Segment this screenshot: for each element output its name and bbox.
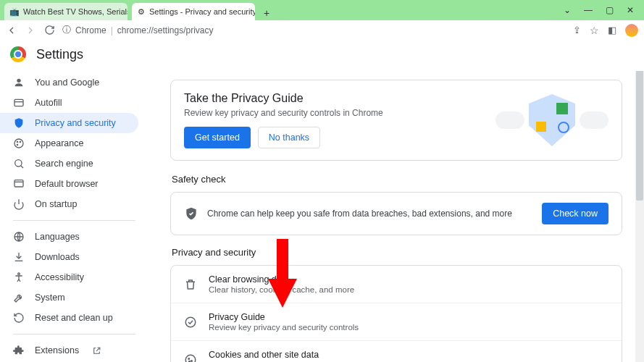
- sidebar-item-label: Extensions: [35, 345, 79, 355]
- main-content: Search settings Take the Privacy Guide R…: [149, 41, 644, 362]
- privacy-list-card: Clear browsing data Clear history, cooki…: [170, 265, 622, 362]
- divider: [13, 334, 135, 334]
- check-now-button[interactable]: Check now: [542, 203, 609, 224]
- safety-message: Chrome can help keep you safe from data …: [207, 209, 512, 219]
- svg-point-4: [20, 141, 20, 142]
- side-panel-icon[interactable]: ◧: [608, 25, 616, 35]
- settings-header: Settings: [0, 38, 644, 71]
- sidebar-item-label: System: [35, 292, 65, 303]
- sidebar-item-label: Accessibility: [35, 272, 84, 282]
- close-window-icon[interactable]: ✕: [627, 5, 634, 15]
- svg-point-5: [17, 144, 17, 145]
- new-tab-button[interactable]: +: [259, 6, 274, 20]
- browser-tab-0[interactable]: 📺 Watch Best TV Shows, Serials, S ✕: [4, 3, 127, 20]
- get-started-button[interactable]: Get started: [184, 127, 251, 148]
- sidebar-item-label: Default browser: [35, 179, 99, 189]
- sidebar-item-label: On startup: [35, 199, 77, 209]
- gear-icon: ⚙: [138, 7, 145, 16]
- row-title: Privacy Guide: [209, 312, 359, 322]
- privacy-security-heading: Privacy and security: [172, 247, 622, 258]
- power-icon: [13, 198, 25, 210]
- sidebar-item-system[interactable]: System: [0, 287, 138, 308]
- autofill-icon: [13, 97, 25, 109]
- shield-icon: [13, 117, 25, 129]
- person-icon: [13, 77, 25, 88]
- browser-titlebar: 📺 Watch Best TV Shows, Serials, S ✕ ⚙ Se…: [0, 0, 644, 20]
- sidebar-item-search-engine[interactable]: Search engine: [0, 153, 138, 174]
- site-info-icon[interactable]: ⓘ: [62, 24, 71, 36]
- guide-illustration: [495, 94, 609, 146]
- tab-title: Settings - Privacy and security: [149, 7, 255, 16]
- window-controls: ⌄ — ▢ ✕: [564, 0, 640, 20]
- sidebar-item-reset[interactable]: Reset and clean up: [0, 308, 138, 328]
- svg-point-16: [191, 360, 193, 361]
- sidebar-item-label: Privacy and security: [35, 118, 116, 128]
- minimize-icon[interactable]: —: [584, 5, 593, 15]
- svg-point-3: [17, 141, 17, 142]
- sidebar-item-accessibility[interactable]: Accessibility: [0, 267, 138, 287]
- accessibility-icon: [13, 272, 25, 283]
- globe-icon: [13, 231, 25, 243]
- back-button[interactable]: [6, 25, 17, 36]
- sidebar-item-you-and-google[interactable]: You and Google: [0, 72, 138, 93]
- maximize-icon[interactable]: ▢: [606, 5, 614, 15]
- privacy-guide-row[interactable]: Privacy Guide Review key privacy and sec…: [171, 303, 622, 341]
- sidebar-item-label: Reset and clean up: [35, 313, 113, 323]
- sidebar: You and Google Autofill Privacy and secu…: [0, 41, 149, 362]
- row-subtitle: Clear history, cookies, cache, and more: [209, 285, 354, 294]
- external-link-icon: [92, 346, 104, 355]
- sidebar-item-label: Downloads: [35, 252, 80, 262]
- svg-point-2: [14, 139, 23, 148]
- tv-icon: 📺: [10, 7, 19, 16]
- forward-button[interactable]: [25, 25, 36, 36]
- sidebar-item-on-startup[interactable]: On startup: [0, 194, 138, 214]
- chevron-down-icon[interactable]: ⌄: [564, 5, 571, 15]
- sidebar-item-autofill[interactable]: Autofill: [0, 93, 138, 113]
- divider: [13, 220, 135, 221]
- sidebar-item-label: You and Google: [35, 77, 99, 88]
- chrome-logo-icon: [10, 46, 26, 62]
- guide-title: Take the Privacy Guide: [184, 92, 383, 105]
- clear-browsing-data-row[interactable]: Clear browsing data Clear history, cooki…: [171, 266, 622, 303]
- row-title: Cookies and other site data: [209, 350, 393, 360]
- sidebar-item-privacy-security[interactable]: Privacy and security: [0, 113, 138, 133]
- svg-point-0: [17, 79, 20, 83]
- sidebar-item-label: Autofill: [35, 98, 62, 108]
- sidebar-item-extensions[interactable]: Extensions: [0, 340, 138, 361]
- address-label: Chrome: [75, 25, 106, 35]
- address-url: chrome://settings/privacy: [117, 25, 214, 35]
- reload-button[interactable]: [43, 25, 55, 36]
- tab-title: Watch Best TV Shows, Serials, S: [23, 7, 127, 16]
- verified-shield-icon: [184, 206, 198, 221]
- scrollbar[interactable]: [635, 41, 644, 362]
- no-thanks-button[interactable]: No thanks: [258, 127, 320, 148]
- safety-check-heading: Safety check: [172, 174, 622, 185]
- sidebar-item-appearance[interactable]: Appearance: [0, 133, 138, 153]
- row-title: Clear browsing data: [209, 274, 354, 285]
- sidebar-item-label: Appearance: [35, 138, 83, 148]
- svg-rect-1: [14, 99, 23, 106]
- guide-subtitle: Review key privacy and security controls…: [184, 108, 383, 118]
- profile-avatar[interactable]: [625, 24, 638, 37]
- cookies-row[interactable]: Cookies and other site data Third-party …: [171, 341, 622, 362]
- svg-point-15: [188, 358, 190, 359]
- cookie-icon: [184, 353, 197, 363]
- puzzle-icon: [13, 345, 25, 356]
- svg-point-17: [189, 361, 191, 362]
- page-title: Settings: [36, 47, 83, 62]
- svg-point-6: [15, 160, 22, 167]
- browser-tab-1[interactable]: ⚙ Settings - Privacy and security ✕: [132, 3, 255, 20]
- sidebar-item-default-browser[interactable]: Default browser: [0, 174, 138, 194]
- share-icon[interactable]: ⇪: [573, 25, 581, 35]
- bookmark-icon[interactable]: ☆: [590, 25, 599, 36]
- safety-check-card: Chrome can help keep you safe from data …: [170, 192, 622, 235]
- sidebar-item-downloads[interactable]: Downloads: [0, 247, 138, 267]
- restore-icon: [13, 312, 25, 324]
- svg-point-9: [18, 273, 20, 275]
- sidebar-item-languages[interactable]: Languages: [0, 227, 138, 247]
- shield-illustration-icon: [529, 94, 575, 146]
- address-bar[interactable]: ⓘ Chrome | chrome://settings/privacy: [62, 24, 214, 36]
- svg-point-13: [185, 317, 196, 327]
- browser-icon: [13, 178, 25, 190]
- palette-icon: [13, 138, 25, 149]
